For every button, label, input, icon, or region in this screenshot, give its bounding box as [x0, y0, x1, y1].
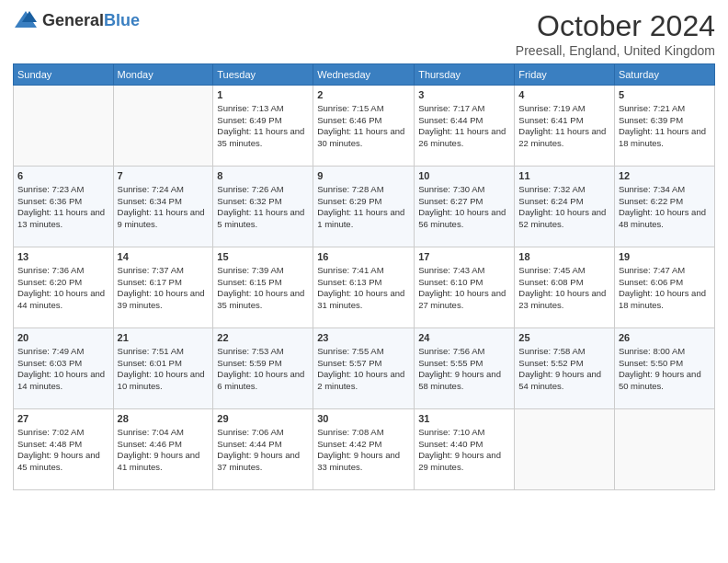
day-number: 10 [418, 169, 510, 183]
day-info: Sunrise: 7:02 AM Sunset: 4:48 PM Dayligh… [17, 427, 109, 474]
day-info: Sunrise: 7:55 AM Sunset: 5:57 PM Dayligh… [317, 346, 410, 393]
calendar-day-cell: 30Sunrise: 7:08 AM Sunset: 4:42 PM Dayli… [313, 409, 415, 490]
day-info: Sunrise: 7:30 AM Sunset: 6:27 PM Dayligh… [418, 184, 510, 231]
day-info: Sunrise: 7:06 AM Sunset: 4:44 PM Dayligh… [217, 427, 309, 474]
calendar-header-row: Sunday Monday Tuesday Wednesday Thursday… [14, 64, 715, 86]
day-info: Sunrise: 7:58 AM Sunset: 5:52 PM Dayligh… [518, 346, 610, 393]
calendar-day-cell: 7Sunrise: 7:24 AM Sunset: 6:34 PM Daylig… [113, 167, 213, 247]
calendar-day-cell: 19Sunrise: 7:47 AM Sunset: 6:06 PM Dayli… [614, 247, 714, 328]
day-info: Sunrise: 7:28 AM Sunset: 6:29 PM Dayligh… [317, 184, 410, 231]
calendar-day-cell: 21Sunrise: 7:51 AM Sunset: 6:01 PM Dayli… [113, 328, 213, 409]
calendar-week-row: 27Sunrise: 7:02 AM Sunset: 4:48 PM Dayli… [14, 409, 715, 490]
calendar-day-cell: 27Sunrise: 7:02 AM Sunset: 4:48 PM Dayli… [14, 409, 114, 490]
day-info: Sunrise: 7:49 AM Sunset: 6:03 PM Dayligh… [17, 346, 109, 393]
day-info: Sunrise: 7:15 AM Sunset: 6:46 PM Dayligh… [317, 103, 410, 150]
calendar-day-cell: 1Sunrise: 7:13 AM Sunset: 6:49 PM Daylig… [213, 86, 313, 167]
month-title: October 2024 [516, 9, 715, 43]
day-info: Sunrise: 7:24 AM Sunset: 6:34 PM Dayligh… [118, 184, 210, 231]
col-saturday: Saturday [614, 64, 714, 86]
day-info: Sunrise: 7:32 AM Sunset: 6:24 PM Dayligh… [518, 184, 610, 231]
logo-blue: Blue [104, 11, 140, 29]
calendar-day-cell: 22Sunrise: 7:53 AM Sunset: 5:59 PM Dayli… [213, 328, 313, 409]
calendar-week-row: 20Sunrise: 7:49 AM Sunset: 6:03 PM Dayli… [14, 328, 715, 409]
day-number: 28 [118, 412, 210, 426]
day-info: Sunrise: 7:26 AM Sunset: 6:32 PM Dayligh… [217, 184, 309, 231]
calendar-day-cell: 10Sunrise: 7:30 AM Sunset: 6:27 PM Dayli… [415, 167, 515, 247]
calendar-day-cell: 23Sunrise: 7:55 AM Sunset: 5:57 PM Dayli… [313, 328, 415, 409]
calendar-day-cell [614, 409, 714, 490]
col-sunday: Sunday [14, 64, 114, 86]
day-info: Sunrise: 7:43 AM Sunset: 6:10 PM Dayligh… [418, 265, 510, 312]
day-info: Sunrise: 7:04 AM Sunset: 4:46 PM Dayligh… [118, 427, 210, 474]
day-number: 19 [619, 250, 711, 264]
day-number: 12 [619, 169, 711, 183]
calendar-day-cell: 31Sunrise: 7:10 AM Sunset: 4:40 PM Dayli… [415, 409, 515, 490]
logo: GeneralBlue [13, 9, 140, 31]
location: Preesall, England, United Kingdom [516, 43, 715, 58]
calendar-day-cell: 29Sunrise: 7:06 AM Sunset: 4:44 PM Dayli… [213, 409, 313, 490]
day-number: 15 [217, 250, 309, 264]
day-info: Sunrise: 7:10 AM Sunset: 4:40 PM Dayligh… [418, 427, 510, 474]
title-block: October 2024 Preesall, England, United K… [516, 9, 715, 58]
calendar-day-cell: 26Sunrise: 8:00 AM Sunset: 5:50 PM Dayli… [614, 328, 714, 409]
day-info: Sunrise: 7:21 AM Sunset: 6:39 PM Dayligh… [619, 103, 711, 150]
page-container: GeneralBlue October 2024 Preesall, Engla… [0, 0, 728, 563]
calendar-day-cell: 28Sunrise: 7:04 AM Sunset: 4:46 PM Dayli… [113, 409, 213, 490]
day-info: Sunrise: 7:45 AM Sunset: 6:08 PM Dayligh… [518, 265, 610, 312]
calendar-week-row: 13Sunrise: 7:36 AM Sunset: 6:20 PM Dayli… [14, 247, 715, 328]
day-info: Sunrise: 7:56 AM Sunset: 5:55 PM Dayligh… [418, 346, 510, 393]
calendar-day-cell: 17Sunrise: 7:43 AM Sunset: 6:10 PM Dayli… [415, 247, 515, 328]
day-info: Sunrise: 7:41 AM Sunset: 6:13 PM Dayligh… [317, 265, 410, 312]
day-number: 14 [118, 250, 210, 264]
logo-general: General [42, 11, 104, 29]
day-number: 29 [217, 412, 309, 426]
col-tuesday: Tuesday [213, 64, 313, 86]
calendar-day-cell [515, 409, 615, 490]
calendar-day-cell: 11Sunrise: 7:32 AM Sunset: 6:24 PM Dayli… [515, 167, 615, 247]
calendar-day-cell: 12Sunrise: 7:34 AM Sunset: 6:22 PM Dayli… [614, 167, 714, 247]
calendar-week-row: 6Sunrise: 7:23 AM Sunset: 6:36 PM Daylig… [14, 167, 715, 247]
day-number: 30 [317, 412, 410, 426]
calendar-day-cell: 5Sunrise: 7:21 AM Sunset: 6:39 PM Daylig… [614, 86, 714, 167]
day-info: Sunrise: 7:47 AM Sunset: 6:06 PM Dayligh… [619, 265, 711, 312]
day-info: Sunrise: 7:53 AM Sunset: 5:59 PM Dayligh… [217, 346, 309, 393]
day-number: 16 [317, 250, 410, 264]
day-number: 11 [518, 169, 610, 183]
day-number: 25 [518, 331, 610, 345]
day-number: 18 [518, 250, 610, 264]
day-info: Sunrise: 7:13 AM Sunset: 6:49 PM Dayligh… [217, 103, 309, 150]
col-wednesday: Wednesday [313, 64, 415, 86]
day-number: 8 [217, 169, 309, 183]
calendar-day-cell: 15Sunrise: 7:39 AM Sunset: 6:15 PM Dayli… [213, 247, 313, 328]
day-number: 23 [317, 331, 410, 345]
day-number: 31 [418, 412, 510, 426]
calendar-day-cell: 20Sunrise: 7:49 AM Sunset: 6:03 PM Dayli… [14, 328, 114, 409]
day-number: 22 [217, 331, 309, 345]
calendar-day-cell [113, 86, 213, 167]
day-info: Sunrise: 7:17 AM Sunset: 6:44 PM Dayligh… [418, 103, 510, 150]
day-info: Sunrise: 7:08 AM Sunset: 4:42 PM Dayligh… [317, 427, 410, 474]
logo-icon [13, 9, 39, 31]
day-number: 27 [17, 412, 109, 426]
day-number: 7 [118, 169, 210, 183]
calendar-day-cell: 8Sunrise: 7:26 AM Sunset: 6:32 PM Daylig… [213, 167, 313, 247]
day-number: 13 [17, 250, 109, 264]
day-info: Sunrise: 7:51 AM Sunset: 6:01 PM Dayligh… [118, 346, 210, 393]
day-number: 3 [418, 88, 510, 102]
day-number: 17 [418, 250, 510, 264]
calendar-day-cell: 24Sunrise: 7:56 AM Sunset: 5:55 PM Dayli… [415, 328, 515, 409]
day-number: 4 [518, 88, 610, 102]
calendar-day-cell: 3Sunrise: 7:17 AM Sunset: 6:44 PM Daylig… [415, 86, 515, 167]
calendar-day-cell: 18Sunrise: 7:45 AM Sunset: 6:08 PM Dayli… [515, 247, 615, 328]
day-info: Sunrise: 8:00 AM Sunset: 5:50 PM Dayligh… [619, 346, 711, 393]
calendar-day-cell: 2Sunrise: 7:15 AM Sunset: 6:46 PM Daylig… [313, 86, 415, 167]
day-number: 2 [317, 88, 410, 102]
day-info: Sunrise: 7:36 AM Sunset: 6:20 PM Dayligh… [17, 265, 109, 312]
day-info: Sunrise: 7:23 AM Sunset: 6:36 PM Dayligh… [17, 184, 109, 231]
day-info: Sunrise: 7:37 AM Sunset: 6:17 PM Dayligh… [118, 265, 210, 312]
calendar-day-cell: 16Sunrise: 7:41 AM Sunset: 6:13 PM Dayli… [313, 247, 415, 328]
col-monday: Monday [113, 64, 213, 86]
day-number: 6 [17, 169, 109, 183]
calendar-week-row: 1Sunrise: 7:13 AM Sunset: 6:49 PM Daylig… [14, 86, 715, 167]
day-number: 24 [418, 331, 510, 345]
